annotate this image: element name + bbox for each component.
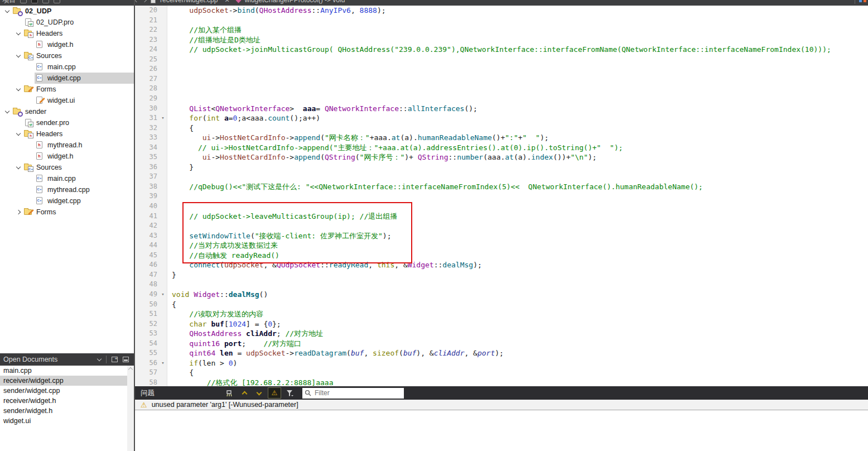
tree-item-Forms[interactable]: Forms (0, 207, 134, 218)
open-file-label[interactable]: receiver/widget.cpp (160, 0, 218, 4)
folder-h-icon: h (24, 130, 33, 138)
tree-item-widget.ui[interactable]: widget.ui (0, 95, 134, 106)
chevron-down-icon[interactable] (13, 166, 23, 169)
open-documents-title: Open Documents (3, 356, 93, 363)
tree-item-label: Forms (36, 85, 56, 93)
open-doc-widget.ui[interactable]: widget.ui (0, 416, 127, 426)
code-line: 38 //qDebug()<<"测试下这是什么: "<<QNetworkInte… (135, 182, 868, 192)
fold-marker-icon[interactable]: ▾ (160, 358, 166, 368)
tree-item-label: Forms (36, 208, 56, 216)
previous-item-icon[interactable] (239, 388, 250, 398)
chevron-down-icon[interactable] (2, 10, 12, 12)
file-ui-icon (35, 97, 44, 104)
tree-item-Sources[interactable]: C+Sources (0, 162, 134, 173)
annotation-icon[interactable] (859, 0, 862, 2)
open-doc-sender-widget.h[interactable]: sender/widget.h (0, 406, 127, 416)
pane-select-dropdown[interactable] (94, 355, 104, 364)
code-area[interactable]: 20 udpSocket->bind(QHostAddress::AnyIPv6… (135, 6, 868, 386)
show-warnings-toggle[interactable]: ⚠ (268, 387, 281, 399)
close-pane-icon[interactable] (54, 0, 60, 3)
file-cpp-icon: C+ (35, 63, 44, 71)
open-doc-sender-widget.cpp[interactable]: sender/widget.cpp (0, 386, 127, 396)
tree-item-sender.pro[interactable]: qtsender.pro (0, 117, 134, 128)
tree-item-Sources[interactable]: C+Sources (0, 50, 134, 61)
filter-funnel-icon[interactable] (284, 388, 296, 398)
tree-item-mythread.h[interactable]: hmythread.h (0, 140, 134, 151)
code-editor[interactable]: 20 udpSocket->bind(QHostAddress::AnyIPv6… (135, 6, 868, 386)
tree-item-Forms[interactable]: Forms (0, 84, 134, 95)
symbol-dropdown[interactable]: widgetChangeIPProtocol() -> void (245, 0, 345, 4)
issues-panel: 问题 ⚠ ⚠ unused parameter 'arg1' [-Wunused (135, 386, 868, 451)
line-number: 23 (135, 35, 157, 45)
projects-pane-title: 项目 (2, 0, 16, 5)
chevron-down-icon[interactable] (2, 111, 12, 113)
split-icon[interactable] (42, 0, 49, 3)
code-line: 30 QList<QNetworkInterface> aaa= QNetwor… (135, 104, 868, 114)
open-doc-receiver-widget.cpp[interactable]: receiver/widget.cpp (0, 376, 127, 386)
line-number: 47 (135, 270, 157, 280)
clean-icon[interactable] (224, 388, 235, 398)
chevron-down-icon[interactable] (13, 32, 23, 35)
code-line: 58 //格式化 [192.68.2.2:8888]aaaa (135, 378, 868, 386)
tree-item-label: 02_UDP.pro (36, 18, 74, 26)
open-documents-scrollbar[interactable] (127, 366, 134, 451)
sync-with-editor-icon[interactable] (31, 0, 38, 3)
chevron-down-icon[interactable] (13, 55, 23, 57)
close-document-icon[interactable]: ✕ (222, 0, 232, 4)
tree-item-widget.cpp[interactable]: C+widget.cpp (0, 195, 134, 207)
tree-item-widget.h[interactable]: hwidget.h (0, 39, 134, 50)
line-number: 43 (135, 231, 157, 241)
line-number: 20 (135, 6, 157, 16)
tree-item-label: sender (25, 108, 46, 116)
tree-item-mythread.cpp[interactable]: C+mythread.cpp (0, 184, 134, 195)
profile-icon: qt (24, 18, 33, 26)
annotation-icon[interactable] (864, 0, 866, 2)
line-number: 45 (135, 251, 157, 261)
open-documents-header: Open Documents (0, 353, 134, 366)
open-documents-list: main.cppreceiver/widget.cppsender/widget… (0, 366, 127, 451)
forward-icon[interactable] (142, 0, 147, 2)
tree-item-label: widget.ui (47, 97, 75, 104)
back-icon[interactable] (134, 0, 139, 2)
project-icon (13, 7, 22, 15)
code-line: 27 (135, 74, 868, 84)
line-number: 35 (135, 152, 157, 162)
code-line: 32 { (135, 123, 868, 133)
next-item-icon[interactable] (253, 388, 264, 398)
issue-row-warning[interactable]: ⚠ unused parameter 'arg1' [-Wunused-para… (135, 400, 868, 410)
tree-item-label: mythread.h (47, 141, 83, 149)
code-line: 29 (135, 94, 868, 104)
scroll-up-icon[interactable] (128, 367, 133, 372)
tree-item-label: widget.cpp (47, 74, 81, 82)
split-pane-icon[interactable] (109, 355, 119, 364)
tree-item-02_UDP.pro[interactable]: qt02_UDP.pro (0, 17, 134, 28)
tree-item-sender[interactable]: sender (0, 106, 134, 117)
chevron-down-icon[interactable] (13, 88, 23, 90)
tree-item-Headers[interactable]: hHeaders (0, 28, 134, 39)
open-doc-receiver-widget.h[interactable]: receiver/widget.h (0, 396, 127, 406)
side-panel: 02_UDPqt02_UDP.prohHeadershwidget.hC+Sou… (0, 6, 134, 451)
tree-item-main.cpp[interactable]: C+main.cpp (0, 61, 134, 73)
issue-text: unused parameter 'arg1' [-Wunused-parame… (152, 401, 298, 409)
editor-toolbar: 项目 receiver/widget.cpp ✕ widgetChangeIPP… (0, 0, 868, 6)
chevron-down-icon[interactable] (13, 133, 23, 135)
code-line: 35 ui->HostNetCardInfo->append(QString("… (135, 152, 868, 162)
tree-item-02_UDP[interactable]: 02_UDP (0, 6, 134, 17)
projects-pane-header: 项目 (0, 0, 135, 5)
fold-marker-icon[interactable]: ▾ (160, 113, 166, 123)
fold-marker-icon[interactable]: ▾ (160, 290, 166, 300)
open-doc-main.cpp[interactable]: main.cpp (0, 366, 127, 376)
filter-icon[interactable] (20, 0, 27, 3)
tree-item-label: main.cpp (47, 63, 76, 71)
code-line: 49▾void Widget::dealMsg() (135, 290, 868, 300)
chevron-right-icon[interactable] (13, 210, 23, 214)
tree-item-main.cpp[interactable]: C+main.cpp (0, 173, 134, 184)
line-number: 41 (135, 212, 157, 222)
tree-item-widget.h[interactable]: hwidget.h (0, 151, 134, 162)
line-number: 24 (135, 45, 157, 55)
close-pane-icon[interactable] (120, 355, 131, 364)
tree-item-Headers[interactable]: hHeaders (0, 128, 134, 140)
code-line: 34 // ui->HostNetCardInfo->append("主要地址：… (135, 143, 868, 153)
filter-input[interactable] (314, 388, 402, 397)
tree-item-widget.cpp[interactable]: C+widget.cpp (0, 73, 134, 84)
